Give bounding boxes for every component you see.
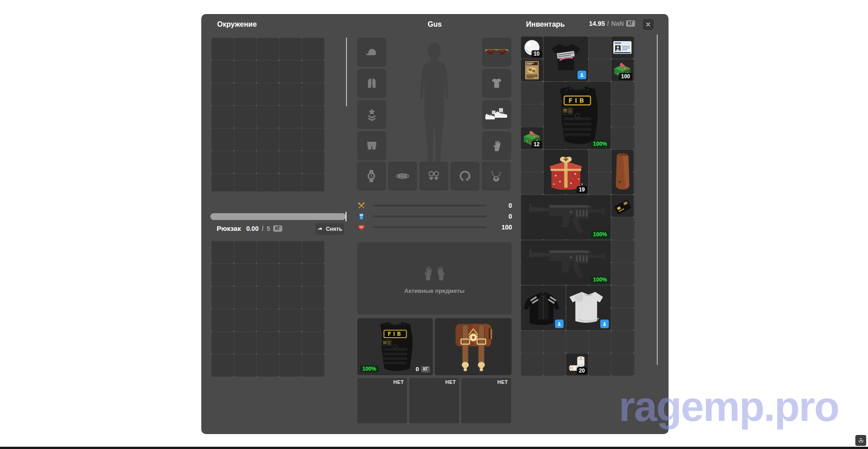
equipment-hat-slot[interactable] bbox=[357, 38, 386, 67]
water-bar bbox=[373, 215, 487, 217]
close-icon bbox=[645, 21, 651, 28]
bottom-bar bbox=[0, 447, 868, 449]
equipment-glasses-slot[interactable] bbox=[482, 38, 511, 67]
inventory-item-smg[interactable]: 100% bbox=[521, 240, 611, 285]
environment-title: Окружение bbox=[217, 20, 257, 29]
earrings-icon bbox=[426, 168, 441, 184]
vest-weight-value: 0 bbox=[416, 366, 419, 373]
character-name: Gus bbox=[357, 20, 512, 29]
jacket-icon bbox=[364, 76, 379, 91]
equipment-shoes-slot[interactable] bbox=[482, 100, 511, 129]
tshirt-icon bbox=[489, 76, 504, 91]
item-count-badge: 10 bbox=[531, 50, 542, 57]
svg-text:FIB: FIB bbox=[568, 97, 586, 104]
equipment-shirt-slot[interactable] bbox=[482, 69, 511, 98]
water-stat-row: 0 bbox=[357, 212, 512, 221]
equipment-earrings-slot[interactable] bbox=[419, 162, 448, 191]
equipment-gloves-slot[interactable] bbox=[482, 131, 511, 160]
water-value: 0 bbox=[494, 213, 512, 220]
inventory-item-bank-card[interactable] bbox=[612, 195, 633, 217]
inventory-item-green-gift[interactable]: 12 bbox=[521, 127, 543, 149]
active-items-panel[interactable]: Активные предметы bbox=[357, 242, 512, 315]
id-card-icon bbox=[612, 38, 632, 57]
food-value: 0 bbox=[494, 202, 512, 209]
item-count-badge: 20 bbox=[577, 367, 587, 374]
magazine-icon bbox=[522, 60, 542, 80]
extra-slot-3[interactable]: НЕТ bbox=[461, 378, 511, 423]
sneakers-item-icon bbox=[484, 105, 509, 124]
gloves-icon bbox=[489, 138, 504, 153]
inventory-item-black-jacket[interactable] bbox=[521, 286, 565, 330]
inventory-item-red-gift-box[interactable]: 19 bbox=[544, 150, 588, 194]
item-durability-badge: 100% bbox=[591, 140, 609, 148]
inventory-item-leather-pouch[interactable] bbox=[612, 150, 633, 194]
character-silhouette bbox=[406, 39, 463, 171]
kg-unit-badge: КГ bbox=[421, 366, 430, 373]
remove-backpack-button[interactable]: Снять bbox=[315, 223, 344, 235]
kg-unit-badge: КГ bbox=[273, 225, 282, 232]
water-icon bbox=[357, 212, 365, 220]
extra-slot-1[interactable]: НЕТ bbox=[357, 378, 407, 423]
equipment-rank-slot[interactable] bbox=[357, 100, 386, 129]
sync-button[interactable] bbox=[855, 435, 866, 446]
backpack-weight-value: 0.00 bbox=[246, 225, 258, 232]
rank-icon bbox=[364, 107, 379, 122]
equipped-belt-slot[interactable] bbox=[435, 318, 512, 375]
close-button[interactable] bbox=[643, 19, 654, 30]
fib-vest-icon: FIB bbox=[546, 85, 608, 146]
equipped-badge bbox=[578, 71, 586, 79]
hands-icon bbox=[422, 263, 447, 281]
share-arrow-icon bbox=[317, 226, 323, 232]
item-count-badge: 19 bbox=[577, 186, 587, 193]
backpack-label: Рюкзак bbox=[217, 224, 241, 232]
bank-card-icon bbox=[612, 196, 632, 216]
equipped-badge bbox=[555, 320, 564, 328]
extra-slot-2[interactable]: НЕТ bbox=[409, 378, 459, 423]
extra-slot-label: НЕТ bbox=[446, 379, 456, 385]
equipment-mask-slot[interactable] bbox=[388, 162, 417, 191]
backpack-weight-separator: / bbox=[262, 225, 264, 232]
vest-durability-badge: 100% bbox=[360, 365, 379, 373]
inventory-scrollbar[interactable] bbox=[657, 34, 658, 365]
inventory-item-id-card[interactable] bbox=[612, 37, 633, 58]
extra-slot-label: НЕТ bbox=[498, 379, 508, 385]
shorts-icon bbox=[364, 138, 379, 153]
inventory-item-black-graphic-tshirt[interactable] bbox=[544, 37, 588, 81]
inventory-item-smg[interactable]: 100% bbox=[521, 195, 611, 239]
inventory-item-white-tshirt[interactable] bbox=[566, 286, 611, 330]
inventory-weight: 14.95 / NaN КГ bbox=[589, 20, 635, 27]
backpack-capacity-caret bbox=[346, 212, 346, 221]
equipment-necklace-slot[interactable] bbox=[482, 162, 511, 191]
inventory-title: Инвентарь bbox=[526, 20, 565, 29]
inventory-weight-max: NaN bbox=[611, 20, 624, 27]
watch-icon bbox=[364, 168, 379, 184]
equipped-vest-slot[interactable]: FIB 100% 0 КГ bbox=[357, 318, 433, 375]
inventory-item-green-gift[interactable]: 100 bbox=[612, 59, 633, 81]
vest-weight: 0 КГ bbox=[416, 366, 430, 373]
inventory-weight-current: 14.95 bbox=[589, 20, 605, 27]
inventory-item-magazine[interactable] bbox=[521, 59, 543, 81]
inventory-item-snowball[interactable]: 10 bbox=[521, 37, 543, 58]
health-stat-row: 100 bbox=[357, 223, 512, 232]
inventory-panel: Окружение Рюкзак 0.00 / 5 КГ Снять Gus bbox=[201, 14, 669, 434]
item-count-badge: 100 bbox=[619, 73, 632, 80]
equipped-badge bbox=[600, 320, 609, 328]
equipment-bracelet-slot[interactable] bbox=[451, 162, 479, 191]
environment-scrollbar[interactable] bbox=[346, 38, 347, 106]
health-value: 100 bbox=[494, 224, 512, 231]
inventory-item-toilet-paper[interactable]: 20 bbox=[566, 353, 588, 375]
equipment-shorts-slot[interactable] bbox=[357, 131, 386, 160]
backpack-weight-max: 5 bbox=[267, 225, 270, 232]
item-durability-badge: 100% bbox=[591, 231, 609, 238]
item-count-badge: 12 bbox=[531, 141, 542, 148]
environment-grid-top[interactable] bbox=[211, 38, 324, 191]
mask-icon bbox=[395, 168, 410, 184]
inventory-item-fib-armor-vest[interactable]: FIB100% bbox=[544, 82, 611, 149]
cap-icon bbox=[364, 44, 379, 60]
food-icon bbox=[357, 201, 365, 210]
equipment-watch-slot[interactable] bbox=[357, 162, 386, 191]
equipment-jacket-slot[interactable] bbox=[357, 69, 386, 98]
environment-grid-bottom[interactable] bbox=[211, 241, 324, 377]
leather-satchel-icon bbox=[438, 320, 508, 373]
backpack-capacity-bar bbox=[210, 213, 346, 220]
